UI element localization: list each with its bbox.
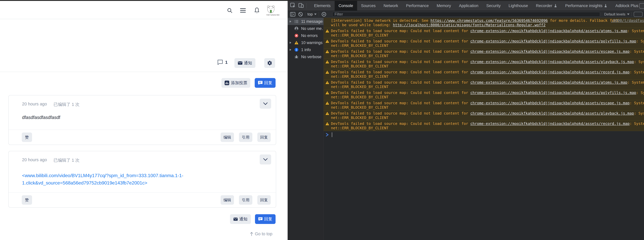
- add-poll-button[interactable]: 添加投票: [222, 78, 250, 88]
- console-warning-row: DevTools failed to load source map: Coul…: [324, 49, 644, 59]
- source-map-link[interactable]: chrome-extension://mooikfkahbdckldjjndio…: [470, 80, 628, 84]
- go-to-top-link[interactable]: Go to top: [250, 231, 272, 236]
- sidebar-item-list[interactable]: 11 messages: [288, 18, 324, 25]
- warning-text: : System error:: [636, 39, 644, 43]
- post-timestamp[interactable]: 20 hours ago: [22, 157, 47, 162]
- post-menu-button[interactable]: [260, 99, 271, 109]
- console-warning-row: DevTools failed to load source map: Coul…: [324, 59, 644, 69]
- like-button[interactable]: 赞: [22, 195, 32, 205]
- source-map-link[interactable]: chrome-extension://mooikfkahbdckldjjndio…: [470, 29, 628, 33]
- disclosure-triangle-icon[interactable]: [290, 49, 291, 51]
- source-map-link[interactable]: chrome-extension://mooikfkahbdckldjjndio…: [470, 122, 630, 126]
- console-filter-input[interactable]: [332, 12, 600, 17]
- devtools-tab-adblock-plus[interactable]: Adblock Plus: [611, 1, 642, 11]
- reply-bottom-label: 回复: [264, 216, 272, 222]
- warning-text: : System error:: [634, 60, 644, 64]
- devtools-tab-application[interactable]: Application: [455, 1, 482, 11]
- device-toolbar-icon[interactable]: [298, 3, 304, 9]
- source-map-link[interactable]: chrome-extension://mooikfkahbdckldjjndio…: [470, 111, 634, 115]
- bilibili-link[interactable]: <www.bilibili.com/video/BV1LM4y177cq/?sp…: [22, 172, 183, 179]
- chevron-down-icon: [263, 102, 268, 105]
- post-card: 20 hours ago 已编辑了 1 次 <www.bilibili.com/…: [8, 151, 276, 208]
- warning-text: : System error:: [630, 122, 644, 126]
- devtools-tab-sources[interactable]: Sources: [357, 1, 380, 11]
- devtools-tab-network[interactable]: Network: [380, 1, 402, 11]
- post-footer: 赞 编辑 引用 回复: [9, 192, 276, 208]
- subscribe-button[interactable]: 通知: [234, 58, 256, 68]
- devtools-tab-performance[interactable]: Performance: [402, 1, 433, 11]
- comments-count-value: 1: [225, 60, 228, 65]
- comments-count: 1: [217, 59, 228, 65]
- post-menu-button[interactable]: [260, 155, 271, 164]
- console-sidebar-toggle-icon[interactable]: [290, 12, 296, 17]
- sidebar-item-error[interactable]: No errors: [288, 32, 324, 39]
- warning-text: : System error:: [630, 70, 644, 74]
- console-prompt-chevron-icon: [326, 133, 329, 138]
- message-source-link[interactable]: :8000/t/dasdfasd: [611, 18, 644, 23]
- post-timestamp[interactable]: 20 hours ago: [22, 102, 47, 106]
- gear-icon: [267, 60, 272, 66]
- disclosure-triangle-icon[interactable]: [290, 21, 291, 23]
- warning-text: DevTools failed to load source map: Coul…: [331, 80, 470, 84]
- clear-console-icon[interactable]: [298, 12, 303, 17]
- subscribe-bottom-button[interactable]: 通知: [230, 214, 251, 224]
- screen: 华晨宇送我的冰雪碧 1 通知: [0, 0, 644, 240]
- console-prompt[interactable]: [324, 131, 644, 139]
- warning-text: net::ERR_BLOCKED_BY_CLIENT: [331, 95, 644, 99]
- devtools-tab-performance-insights[interactable]: Performance insights: [561, 1, 612, 11]
- chromestatus-link[interactable]: https://www.chromestatus.com/feature/563…: [430, 18, 548, 23]
- sidebar-item-info[interactable]: 1 info: [288, 46, 324, 53]
- quote-button[interactable]: 引用: [239, 195, 252, 205]
- devtools-tab-elements[interactable]: Elements: [310, 1, 335, 11]
- inspect-element-icon[interactable]: [290, 3, 296, 9]
- like-button[interactable]: 赞: [22, 133, 32, 142]
- go-to-top-label: Go to top: [255, 231, 272, 236]
- source-map-link[interactable]: chrome-extension://mooikfkahbdckldjjndio…: [470, 90, 636, 95]
- more-tools-button[interactable]: [639, 3, 644, 9]
- devtools-tab-recorder[interactable]: Recorder: [532, 1, 561, 11]
- console-settings-button[interactable]: [634, 12, 642, 17]
- search-icon[interactable]: [226, 7, 233, 14]
- envelope-icon: [234, 217, 238, 221]
- sidebar-item-user[interactable]: No user me…: [288, 25, 324, 32]
- edit-button[interactable]: 编辑: [220, 195, 234, 205]
- sidebar-item-warning[interactable]: 10 warnings: [288, 39, 324, 46]
- warning-text: DevTools failed to load source map: Coul…: [331, 101, 470, 105]
- devtools-tab-security[interactable]: Security: [482, 1, 505, 11]
- warning-text: : System error:: [630, 49, 644, 54]
- avatar-caption: 华晨宇送我的冰雪碧: [266, 14, 276, 16]
- font-url-link[interactable]: http://localhost:8000/static/misago/font…: [393, 23, 546, 27]
- disclosure-triangle-icon[interactable]: [290, 42, 291, 44]
- reply-post-button[interactable]: 回复: [257, 133, 271, 142]
- devtools-tab-lighthouse[interactable]: Lighthouse: [504, 1, 532, 11]
- source-map-link[interactable]: chrome-extension://mooikfkahbdckldjjndio…: [470, 101, 630, 105]
- quote-button[interactable]: 引用: [239, 133, 252, 142]
- sidebar-item-bug[interactable]: No verbose: [288, 53, 324, 60]
- source-map-link[interactable]: chrome-extension://mooikfkahbdckldjjndio…: [470, 70, 630, 74]
- user-icon: [294, 27, 298, 31]
- source-map-link[interactable]: chrome-extension://mooikfkahbdckldjjndio…: [470, 60, 634, 64]
- devtools-tab-console[interactable]: Console: [335, 1, 357, 11]
- bilibili-link[interactable]: 1.click&vd_source=568a56ed79752cb9019e14…: [22, 179, 183, 187]
- warning-icon: [326, 101, 329, 105]
- avatar[interactable]: 华晨宇送我的冰雪碧: [266, 5, 276, 16]
- live-expression-eye-icon[interactable]: [321, 12, 327, 17]
- console-warning-row: DevTools failed to load source map: Coul…: [324, 110, 644, 121]
- warning-text: net::ERR_BLOCKED_BY_CLIENT: [331, 74, 644, 79]
- bell-icon[interactable]: [254, 7, 260, 14]
- source-map-link[interactable]: chrome-extension://mooikfkahbdckldjjndio…: [470, 39, 636, 43]
- reply-bottom-button[interactable]: 回复: [255, 214, 276, 224]
- reply-thread-button[interactable]: 回复: [255, 78, 276, 88]
- reply-post-button[interactable]: 回复: [257, 195, 271, 205]
- log-levels-dropdown[interactable]: Default levels: [604, 12, 630, 16]
- edit-button[interactable]: 编辑: [220, 133, 234, 142]
- post-edited-label[interactable]: 已编辑了 1 次: [54, 157, 80, 163]
- warning-text: : System error:: [634, 111, 644, 115]
- context-selector[interactable]: top: [308, 12, 316, 17]
- source-map-link[interactable]: chrome-extension://mooikfkahbdckldjjndio…: [470, 49, 630, 54]
- menu-icon[interactable]: [240, 8, 246, 13]
- thread-options-button[interactable]: [264, 58, 275, 68]
- devtools-tab-memory[interactable]: Memory: [433, 1, 455, 11]
- post-edited-label[interactable]: 已编辑了 1 次: [54, 102, 80, 107]
- console-body: 11 messages No user me… No errors 10 war…: [288, 18, 644, 240]
